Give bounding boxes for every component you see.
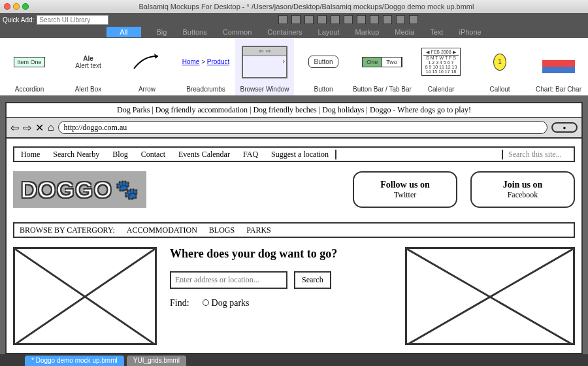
traffic-lights (4, 3, 29, 10)
toolbar-row: Quick Add: (0, 13, 588, 26)
tab-yui[interactable]: YUI_grids.bmml (127, 356, 186, 366)
cat-tab-text[interactable]: Text (430, 28, 443, 36)
palette-label: Callout (489, 86, 510, 93)
nav-suggest[interactable]: Suggest a location (265, 150, 336, 159)
palette-browser[interactable]: ⇦⇨› Browser Window (235, 38, 294, 95)
palette-label: Button (314, 86, 333, 93)
back-arrow-icon[interactable]: ⇦ (10, 122, 19, 134)
document-tabs: * Doggo demo mock up.bmml YUI_grids.bmml (0, 354, 588, 366)
undo-icon[interactable] (278, 15, 287, 24)
palette-arrow[interactable]: Arrow (118, 38, 176, 95)
cut-icon[interactable] (318, 15, 327, 24)
canvas-area[interactable]: Dog Parks | Dog friendly accommodation |… (0, 97, 588, 354)
crumb-a: Home (182, 58, 200, 65)
close-icon[interactable] (4, 3, 10, 10)
cat-tab-containers[interactable]: Containers (267, 28, 302, 36)
nav-faq[interactable]: FAQ (237, 150, 265, 159)
zoom-icon[interactable] (22, 3, 29, 10)
palette-button[interactable]: Button Button (294, 38, 353, 95)
minimize-icon[interactable] (13, 3, 20, 10)
url-bar[interactable]: http://doggo.com.au (58, 121, 547, 134)
cat-label: BROWSE BY CATERGORY: (20, 225, 115, 235)
category-tabs: All Big Buttons Common Containers Layout… (0, 26, 588, 38)
nav-search-nearby[interactable]: Search Nearby (46, 150, 106, 159)
copy-icon[interactable] (304, 15, 314, 24)
site-nav: Home Search Nearby Blog Contact Events C… (13, 146, 575, 162)
search-oval-icon[interactable]: ● (551, 122, 578, 133)
cat-parks[interactable]: PARKS (246, 225, 271, 235)
image-placeholder-right (405, 247, 575, 345)
palette-callout[interactable]: 1 Callout (470, 38, 529, 95)
crumb-b: Product (207, 58, 229, 65)
join-facebook-button[interactable]: Join us onFacebook (470, 171, 575, 208)
cat-accommodation[interactable]: ACCOMMODATION (127, 225, 197, 235)
search-button[interactable]: Search (294, 271, 331, 289)
cat-blogs[interactable]: BLOGS (209, 225, 235, 235)
radio-icon (203, 299, 209, 306)
palette-calendar[interactable]: ◀ FEB 2008 ▶S M T W T F S1 2 3 4 5 6 78 … (412, 38, 470, 95)
quickadd-label: Quick Add: (3, 16, 34, 24)
forward-arrow-icon[interactable]: ⇨ (23, 122, 31, 134)
cat-tab-layout[interactable]: Layout (318, 28, 340, 36)
cat-tab-all[interactable]: All (106, 27, 140, 37)
palette-alert[interactable]: Ale Alert text Alert Box (59, 38, 118, 95)
arrow-icon (131, 52, 163, 72)
back-icon[interactable] (383, 15, 392, 24)
palette-accordion[interactable]: Item One Accordion (0, 38, 59, 95)
palette-label: Alert Box (75, 86, 102, 93)
alert-title: Ale (83, 55, 93, 62)
hero-question: Where does your dog want to go? (170, 247, 392, 261)
nav-blog[interactable]: Blog (106, 150, 134, 159)
address-input[interactable]: Enter address or location... (170, 271, 287, 289)
browser-preview: ⇦⇨› (242, 46, 287, 78)
palette-button-bar[interactable]: OneTwo Button Bar / Tab Bar (353, 38, 412, 95)
browser-mockup[interactable]: Dog Parks | Dog friendly accommodation |… (5, 102, 583, 354)
find-option-dogparks[interactable]: Dog parks (203, 298, 250, 308)
palette-label: Breadcrumbs (186, 86, 225, 93)
redo-icon[interactable] (291, 15, 301, 24)
find-label: Find: (170, 298, 189, 308)
image-placeholder-left (13, 247, 157, 345)
cat-tab-buttons[interactable]: Buttons (182, 28, 206, 36)
group-icon[interactable] (344, 15, 353, 24)
nav-home[interactable]: Home (14, 150, 46, 159)
palette-label: Accordion (15, 86, 44, 93)
chart-preview (542, 50, 575, 73)
palette-label: Chart: Bar Char (536, 86, 581, 93)
cat-tab-markup[interactable]: Markup (355, 28, 380, 36)
window-titlebar: Balsamiq Mockups For Desktop - * /Users/… (0, 0, 588, 13)
toolbar-icons (108, 15, 588, 24)
cat-tab-iphone[interactable]: iPhone (459, 28, 481, 36)
ungroup-icon[interactable] (357, 15, 366, 24)
nav-events[interactable]: Events Calendar (172, 150, 237, 159)
link-icon[interactable] (409, 15, 418, 24)
follow-twitter-button[interactable]: Follow us onTwitter (353, 171, 457, 208)
tab-doggo[interactable]: * Doggo demo mock up.bmml (25, 356, 124, 366)
home-icon[interactable]: ⌂ (48, 122, 54, 133)
callout-preview: 1 (493, 54, 506, 71)
paste-icon[interactable] (331, 15, 340, 24)
palette-breadcrumbs[interactable]: Home > Product Breadcrumbs (176, 38, 235, 95)
palette-chart[interactable]: Chart: Bar Char (529, 38, 588, 95)
mockup-browser-chrome: ⇦ ⇨ ✕ ⌂ http://doggo.com.au ● (7, 118, 581, 139)
quickadd-input[interactable] (37, 15, 108, 25)
palette-label: Arrow (139, 86, 155, 93)
cat-tab-common[interactable]: Common (223, 28, 252, 36)
cat-tab-media[interactable]: Media (395, 28, 414, 36)
lock-icon[interactable] (396, 15, 405, 24)
doggo-logo: DOGGO🐾 (13, 171, 146, 208)
mockup-tagline: Dog Parks | Dog friendly accommodation |… (7, 103, 581, 118)
alert-text: Alert text (75, 62, 101, 69)
category-bar: BROWSE BY CATERGORY: ACCOMMODATION BLOGS… (13, 222, 575, 238)
stop-icon[interactable]: ✕ (35, 122, 44, 134)
palette-label: Button Bar / Tab Bar (353, 86, 412, 93)
palette-label: Browser Window (240, 86, 289, 93)
palette-label: Calendar (428, 86, 455, 93)
front-icon[interactable] (370, 15, 379, 24)
cat-tab-big[interactable]: Big (157, 28, 167, 36)
mockup-body: Home Search Nearby Blog Contact Events C… (7, 139, 581, 353)
calendar-preview: ◀ FEB 2008 ▶S M T W T F S1 2 3 4 5 6 78 … (421, 48, 461, 76)
window-title: Balsamiq Mockups For Desktop - * /Users/… (29, 3, 584, 10)
site-search-input[interactable]: Search this site... (502, 150, 574, 159)
nav-contact[interactable]: Contact (135, 150, 172, 159)
